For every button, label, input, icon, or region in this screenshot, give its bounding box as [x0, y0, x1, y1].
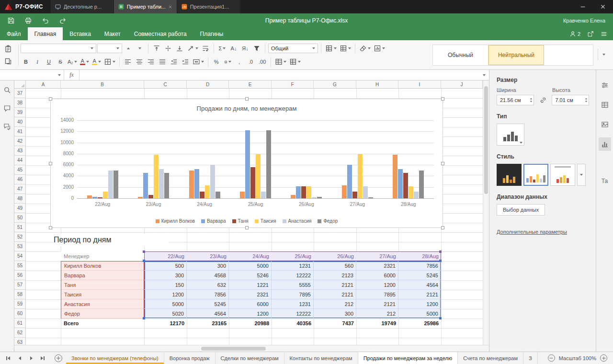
- textart-settings-icon-button[interactable]: Та: [599, 174, 611, 188]
- first-sheet-button[interactable]: [4, 354, 12, 363]
- close-tab-icon[interactable]: [168, 5, 172, 9]
- borders-button[interactable]: [103, 57, 116, 67]
- range-handle[interactable]: [439, 250, 442, 253]
- close-button[interactable]: [593, 0, 613, 13]
- increase-decimal-button[interactable]: .00: [257, 57, 268, 67]
- date-header-cell[interactable]: 27/Aug: [356, 251, 398, 261]
- font-size-combo[interactable]: [97, 44, 122, 53]
- search-icon-button[interactable]: [1, 83, 13, 97]
- resize-handle[interactable]: [441, 162, 444, 165]
- value-cell[interactable]: 5000: [229, 261, 272, 271]
- align-left-button[interactable]: [123, 57, 133, 67]
- align-right-button[interactable]: [146, 57, 156, 67]
- open-file-location-button[interactable]: [587, 31, 594, 37]
- comments-icon-button[interactable]: [1, 102, 13, 115]
- increment-font-size-button[interactable]: [123, 43, 134, 54]
- chart-style-option-1[interactable]: [497, 164, 522, 186]
- row-header-58[interactable]: 58: [14, 290, 26, 299]
- resize-handle[interactable]: [49, 226, 52, 229]
- row-header-46[interactable]: 46: [14, 175, 26, 184]
- value-cell[interactable]: 1231: [272, 261, 314, 271]
- conditional-formatting-button[interactable]: [373, 43, 386, 54]
- value-cell[interactable]: 300: [187, 261, 229, 271]
- total-value-cell[interactable]: 19749: [356, 318, 398, 328]
- currency-style-button[interactable]: ¤: [223, 57, 233, 67]
- column-header-E[interactable]: E: [229, 80, 272, 89]
- print-button[interactable]: [22, 15, 34, 26]
- merge-cells-button[interactable]: [192, 57, 205, 67]
- value-cell[interactable]: 500: [144, 261, 187, 271]
- undo-button[interactable]: [39, 15, 52, 26]
- row-header-63[interactable]: 63: [14, 338, 26, 345]
- align-center-button[interactable]: [134, 57, 145, 67]
- row-header-62[interactable]: 62: [14, 328, 26, 338]
- highlight-color-button[interactable]: А: [91, 57, 102, 67]
- value-cell[interactable]: 7856: [398, 261, 441, 271]
- value-cell[interactable]: 1200: [356, 280, 398, 290]
- row-header-51[interactable]: 51: [14, 223, 26, 232]
- date-header-cell[interactable]: 23/Aug: [187, 251, 229, 261]
- manager-name-cell[interactable]: Анастасия: [61, 299, 144, 309]
- name-box[interactable]: [0, 70, 64, 80]
- value-cell[interactable]: 5246: [229, 271, 272, 280]
- row-header-38[interactable]: 38: [14, 98, 26, 108]
- date-header-cell[interactable]: 22/Aug: [144, 251, 187, 261]
- value-cell[interactable]: 2121: [314, 280, 356, 290]
- horizontal-scrollbar[interactable]: [14, 345, 489, 352]
- number-format-combo[interactable]: Общий: [268, 44, 318, 53]
- sheet-tab[interactable]: Счета по менеджерам: [458, 352, 523, 364]
- row-header-44[interactable]: 44: [14, 156, 26, 165]
- manager-name-cell[interactable]: Варвара: [61, 271, 144, 280]
- resize-handle[interactable]: [245, 226, 249, 229]
- row-header-45[interactable]: 45: [14, 165, 26, 175]
- column-header-G[interactable]: G: [314, 80, 356, 89]
- value-cell[interactable]: 2121: [398, 290, 441, 299]
- resize-handle[interactable]: [441, 97, 444, 101]
- underline-button[interactable]: U: [44, 57, 54, 67]
- cell-style-normal[interactable]: Обычный: [433, 45, 488, 65]
- resize-handle[interactable]: [49, 162, 52, 165]
- tab-file[interactable]: Файл: [0, 27, 28, 40]
- row-header-39[interactable]: 39: [14, 108, 26, 117]
- chat-icon-button[interactable]: [1, 120, 13, 133]
- cell-settings-icon-button[interactable]: [599, 79, 611, 92]
- sheet-tab[interactable]: З: [523, 352, 538, 364]
- row-header-54[interactable]: 54: [14, 251, 26, 261]
- sheet-tab[interactable]: Сделки по менеджерам: [216, 352, 284, 364]
- view-settings-button[interactable]: [601, 31, 607, 37]
- range-handle[interactable]: [143, 250, 145, 253]
- value-cell[interactable]: 212: [314, 299, 356, 309]
- row-header-60[interactable]: 60: [14, 309, 26, 318]
- range-handle[interactable]: [143, 317, 145, 319]
- value-cell[interactable]: 7856: [187, 290, 229, 299]
- font-color-button[interactable]: А: [79, 57, 90, 67]
- value-cell[interactable]: 4564: [187, 309, 229, 318]
- advanced-settings-link[interactable]: Дополнительные параметры: [497, 229, 589, 235]
- row-header-61[interactable]: 61: [14, 318, 26, 328]
- value-cell[interactable]: 2121: [356, 299, 398, 309]
- row-header-40[interactable]: 40: [14, 117, 26, 127]
- image-settings-icon-button[interactable]: [599, 118, 611, 131]
- value-cell[interactable]: 300: [314, 309, 356, 318]
- table-corner-cell[interactable]: Менеджер: [61, 251, 144, 261]
- value-cell[interactable]: 1221: [229, 280, 272, 290]
- row-header-41[interactable]: 41: [14, 127, 26, 136]
- sort-descending-button[interactable]: Я↓: [240, 43, 250, 54]
- add-sheet-button[interactable]: [55, 354, 62, 362]
- text-orientation-button[interactable]: [186, 43, 199, 54]
- manager-name-cell[interactable]: Федор: [61, 309, 144, 318]
- sheet-tab[interactable]: Продажи по менеджерам за неделю: [358, 352, 458, 364]
- comma-style-button[interactable]: ,: [234, 57, 245, 67]
- insert-function-button[interactable]: fx: [64, 70, 79, 80]
- chart-style-option-3[interactable]: [550, 164, 575, 186]
- value-cell[interactable]: 2321: [229, 290, 272, 299]
- height-input[interactable]: 7.01 см: [552, 95, 589, 105]
- bold-button[interactable]: B: [21, 57, 31, 67]
- row-header-55[interactable]: 55: [14, 261, 26, 271]
- redo-button[interactable]: [57, 15, 69, 26]
- range-handle[interactable]: [439, 260, 442, 262]
- width-input[interactable]: 21.56 см: [497, 95, 534, 105]
- row-header-59[interactable]: 59: [14, 299, 26, 309]
- column-header-I[interactable]: I: [398, 80, 441, 89]
- decrease-decimal-button[interactable]: .0: [246, 57, 256, 67]
